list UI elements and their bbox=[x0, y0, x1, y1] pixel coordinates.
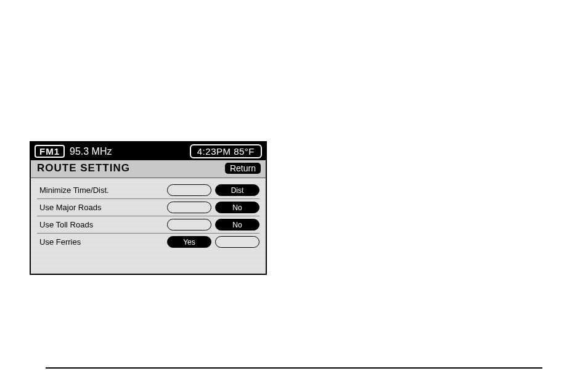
toggle-yes-button[interactable]: Yes bbox=[167, 202, 211, 213]
status-bar: FM1 95.3 MHz 4:23PM 85°F bbox=[31, 142, 266, 160]
radio-frequency: 95.3 MHz bbox=[70, 146, 112, 157]
toggle-dist-button[interactable]: Dist bbox=[215, 184, 259, 196]
settings-list: Minimize Time/Dist. Time Dist Use Major … bbox=[31, 178, 266, 274]
setting-row-ferries: Use Ferries Yes No bbox=[37, 234, 259, 250]
setting-label: Use Toll Roads bbox=[37, 220, 163, 229]
toggle-no-button[interactable]: No bbox=[215, 236, 259, 248]
setting-row-minimize: Minimize Time/Dist. Time Dist bbox=[37, 182, 259, 199]
toggle-yes-button[interactable]: Yes bbox=[167, 236, 211, 248]
setting-label: Minimize Time/Dist. bbox=[37, 186, 163, 195]
radio-band-badge: FM1 bbox=[35, 145, 65, 158]
title-bar: ROUTE SETTING Return bbox=[31, 160, 266, 178]
page-footer-divider bbox=[46, 367, 542, 369]
toggle-time-button[interactable]: Time bbox=[167, 184, 211, 196]
toggle-no-button[interactable]: No bbox=[215, 202, 259, 213]
setting-row-major-roads: Use Major Roads Yes No bbox=[37, 199, 259, 216]
setting-label: Use Ferries bbox=[37, 237, 163, 247]
time-temp-readout: 4:23PM 85°F bbox=[190, 144, 262, 158]
toggle-yes-button[interactable]: Yes bbox=[167, 219, 211, 231]
return-button[interactable]: Return bbox=[225, 163, 261, 174]
setting-label: Use Major Roads bbox=[37, 203, 163, 212]
setting-row-toll-roads: Use Toll Roads Yes No bbox=[37, 216, 259, 234]
screen-title: ROUTE SETTING bbox=[37, 162, 130, 174]
navigation-screen: FM1 95.3 MHz 4:23PM 85°F ROUTE SETTING R… bbox=[30, 141, 267, 275]
toggle-no-button[interactable]: No bbox=[215, 219, 259, 231]
